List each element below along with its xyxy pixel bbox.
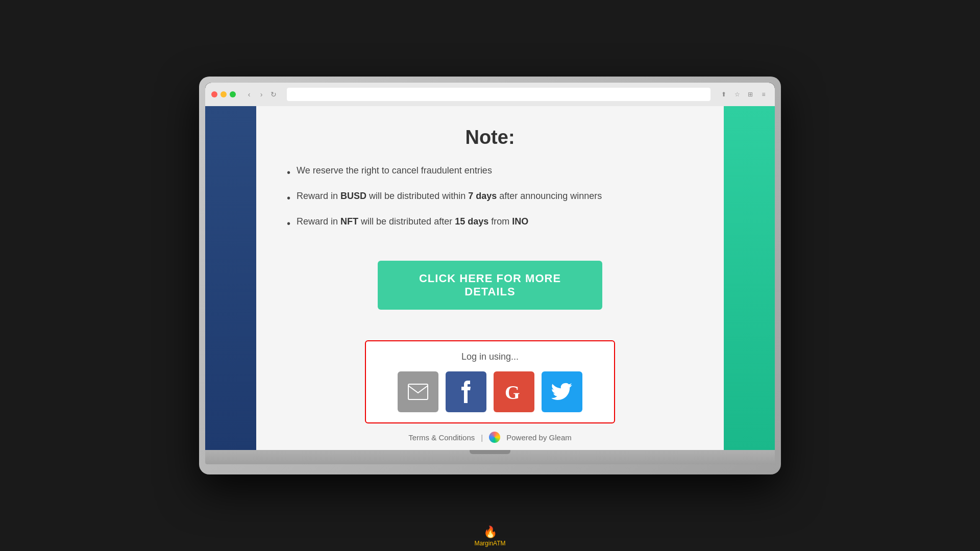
back-icon[interactable]: ‹ <box>244 89 254 99</box>
login-label: Log in using... <box>376 352 604 362</box>
bullet-list: We reserve the right to cancel fraudulen… <box>287 164 693 240</box>
gleam-logo-icon <box>489 432 500 443</box>
twitter-login-button[interactable] <box>542 371 582 412</box>
share-icon[interactable]: ⬆ <box>719 89 729 99</box>
browser-actions: ⬆ ☆ ⊞ ≡ <box>719 89 769 99</box>
sidebar-left <box>205 106 256 450</box>
laptop-base <box>205 450 775 464</box>
svg-rect-0 <box>408 384 428 399</box>
grid-icon[interactable]: ⊞ <box>745 89 755 99</box>
facebook-icon <box>460 380 472 404</box>
bullet-item-2: Reward in BUSD will be distributed withi… <box>287 189 693 206</box>
bullet-item-1: We reserve the right to cancel fraudulen… <box>287 164 693 180</box>
bullet-item-3: Reward in NFT will be distributed after … <box>287 215 693 231</box>
taskbar: 🔥 MarginATM <box>0 521 980 551</box>
close-button[interactable] <box>211 91 217 97</box>
laptop-notch <box>470 450 510 454</box>
minimize-button[interactable] <box>220 91 227 97</box>
address-bar[interactable] <box>287 88 710 101</box>
taskbar-app-icon: 🔥 <box>483 525 497 539</box>
forward-icon[interactable]: › <box>256 89 266 99</box>
login-section: Log in using... <box>365 340 615 423</box>
bullet-text-2: Reward in BUSD will be distributed withi… <box>297 189 602 203</box>
reload-icon[interactable]: ↻ <box>268 89 279 99</box>
taskbar-app[interactable]: 🔥 MarginATM <box>474 525 505 547</box>
laptop-container: ‹ › ↻ ⬆ ☆ ⊞ ≡ Note: We reserve the right… <box>199 77 781 474</box>
browser-chrome: ‹ › ↻ ⬆ ☆ ⊞ ≡ <box>205 83 775 106</box>
svg-text:G: G <box>505 382 520 403</box>
menu-icon[interactable]: ≡ <box>758 89 769 99</box>
page-title: Note: <box>287 127 693 148</box>
google-icon: G <box>503 381 525 403</box>
social-buttons: G <box>376 371 604 412</box>
taskbar-app-label: MarginATM <box>474 540 505 547</box>
google-login-button[interactable]: G <box>494 371 534 412</box>
terms-link[interactable]: Terms & Conditions <box>408 433 475 442</box>
bullet-text-3: Reward in NFT will be distributed after … <box>297 215 528 229</box>
bullet-text-1: We reserve the right to cancel fraudulen… <box>297 164 492 178</box>
email-login-button[interactable] <box>398 371 438 412</box>
facebook-login-button[interactable] <box>446 371 486 412</box>
powered-by-text: Powered by Gleam <box>506 433 572 442</box>
browser-nav-buttons: ‹ › ↻ <box>244 89 279 99</box>
screen-bezel: ‹ › ↻ ⬆ ☆ ⊞ ≡ Note: We reserve the right… <box>205 83 775 450</box>
main-content: Note: We reserve the right to cancel fra… <box>256 106 724 450</box>
screen-content: Note: We reserve the right to cancel fra… <box>205 106 775 450</box>
footer-divider: | <box>481 433 483 442</box>
bookmark-icon[interactable]: ☆ <box>732 89 742 99</box>
sidebar-right <box>724 106 775 450</box>
maximize-button[interactable] <box>230 91 236 97</box>
email-icon <box>408 384 428 400</box>
twitter-icon <box>551 381 573 403</box>
cta-button[interactable]: CLICK HERE FOR MORE DETAILS <box>378 261 602 310</box>
traffic-lights <box>211 91 236 97</box>
footer-bar: Terms & Conditions | Powered by Gleam <box>287 423 693 443</box>
